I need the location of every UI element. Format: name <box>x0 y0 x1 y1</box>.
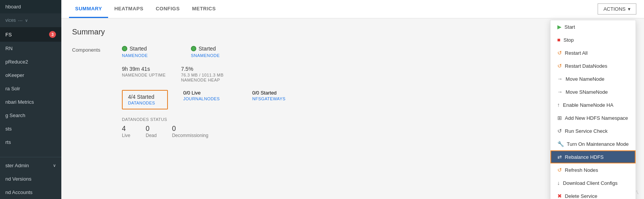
page-title-row: Summary 🔔 3 <box>72 28 633 36</box>
stop-icon: ■ <box>557 37 560 43</box>
datanodes-dead-desc: Dead <box>146 133 157 138</box>
components-row: Components Started NAMENODE Started SNAM… <box>72 46 633 58</box>
dropdown-item-label: Turn On Maintenance Mode <box>567 141 629 147</box>
tab-configs[interactable]: CONFIGS <box>150 0 186 18</box>
tab-heatmaps[interactable]: HEATMAPS <box>108 0 150 18</box>
heap-mb-value: 76.3 MB / 1011.3 MB <box>181 73 223 77</box>
dropdown-item-maintenance[interactable]: 🔧 Turn On Maintenance Mode <box>550 137 636 150</box>
sidebar-item-hdfs[interactable]: FS 3 <box>0 27 61 42</box>
sidebar-item-label: FS <box>5 32 12 38</box>
dropdown-arrow-icon: ▾ <box>628 6 631 12</box>
sidebar-bottom: ster Admin ∨ nd Versions nd Accounts <box>0 155 61 199</box>
dropdown-item-label: Delete Service <box>565 193 598 199</box>
journalnodes-value: 0/0 Live <box>183 90 237 96</box>
sidebar-item-label: nd Versions <box>5 176 31 182</box>
dropdown-item-label: Move SNameNode <box>566 89 608 95</box>
datanodes-live-desc: Live <box>122 133 130 138</box>
uptime-value: 9h 39m 41s <box>122 66 166 72</box>
dropdown-item-label: Start <box>565 24 575 30</box>
sidebar-item-label: nbari Metrics <box>5 99 34 105</box>
sidebar-item-dashboard[interactable]: hboard <box>0 0 61 13</box>
sidebar-section-label: vices <box>5 18 16 23</box>
dropdown-item-enable-ha[interactable]: ↑ Enable NameNode HA <box>550 98 636 111</box>
tab-summary[interactable]: SUMMARY <box>69 0 108 18</box>
ellipsis-icon: ··· <box>18 17 23 23</box>
sidebar-item-ambari-metrics[interactable]: nbari Metrics <box>0 95 61 109</box>
tab-metrics[interactable]: METRICS <box>186 0 222 18</box>
dropdown-item-restart-all[interactable]: ↺ Restart All <box>550 46 636 59</box>
dropdown-item-add-namespace[interactable]: ⊞ Add New HDFS Namespace <box>550 111 636 124</box>
dropdown-item-stop[interactable]: ■ Stop <box>550 33 636 46</box>
component-item-snamenode: Started SNAMENODE <box>191 46 245 58</box>
dropdown-item-label: Refresh Nodes <box>565 167 598 173</box>
sidebar-item-mapreduce[interactable]: pReduce2 <box>0 55 61 69</box>
sidebar-item-label: hboard <box>5 4 21 10</box>
datanodes-link[interactable]: DATANODES <box>128 101 155 105</box>
sidebar-item-label: oKeeper <box>5 72 24 78</box>
sidebar-item-zookeeper[interactable]: oKeeper <box>0 69 61 82</box>
move-sname-icon: → <box>557 89 563 95</box>
page-title: Summary <box>72 28 105 36</box>
heap-label: NAMENODE HEAP <box>181 78 223 82</box>
main-content: SUMMARY HEATMAPS CONFIGS METRICS ACTIONS… <box>61 0 644 199</box>
heap-value: 7.5% <box>181 66 223 72</box>
snamenode-link[interactable]: SNAMENODE <box>191 53 220 58</box>
components-label: Components <box>72 46 122 53</box>
dropdown-item-restart-datanodes[interactable]: ↺ Restart DataNodes <box>550 59 636 72</box>
sidebar-section-services[interactable]: vices ··· ∨ <box>0 13 61 27</box>
maintenance-icon: 🔧 <box>557 141 564 147</box>
datanodes-decommissioning-desc: Decommissioning <box>172 133 209 138</box>
hdfs-badge: 3 <box>49 31 56 38</box>
snamenode-status: Started <box>191 46 245 52</box>
chevron-down-icon: ∨ <box>25 18 28 23</box>
dropdown-item-refresh-nodes[interactable]: ↺ Refresh Nodes <box>550 163 636 176</box>
actions-dropdown-menu: ▶ Start ■ Stop ↺ Restart All ↺ Restart D… <box>550 20 636 199</box>
sidebar-item-label: g Search <box>5 113 25 118</box>
dropdown-item-move-snamenode[interactable]: → Move SNameNode <box>550 85 636 98</box>
dropdown-item-delete-service[interactable]: ✖ Delete Service <box>550 189 636 199</box>
dropdown-item-label: Restart All <box>565 50 588 56</box>
journalnodes-link[interactable]: JOURNALNODES <box>183 96 220 101</box>
move-icon: → <box>557 76 563 82</box>
components-grid: Started NAMENODE Started SNAMENODE <box>122 46 245 58</box>
nfsgateways-box: 0/0 Started NFSGATEWAYS <box>252 90 306 101</box>
status-dot-snamenode <box>191 46 196 51</box>
sidebar-item-versions[interactable]: nd Versions <box>0 172 61 186</box>
uptime-label: NAMENODE UPTIME <box>122 73 166 77</box>
sidebar-item-label: sts <box>5 126 12 132</box>
sidebar-item-label: nd Accounts <box>5 189 33 195</box>
restart-datanodes-icon: ↺ <box>557 63 562 69</box>
datanodes-live: 4 Live <box>122 125 130 138</box>
rebalance-icon: ⇄ <box>557 154 562 160</box>
namenode-status-text: Started <box>130 46 147 52</box>
sidebar-item-yarn[interactable]: RN <box>0 42 61 55</box>
sidebar-item-label: ra Solr <box>5 86 20 91</box>
sidebar-item-solr[interactable]: ra Solr <box>0 82 61 95</box>
sidebar-item-alerts[interactable]: sts <box>0 122 61 135</box>
sidebar-item-accounts[interactable]: nd Accounts <box>0 186 61 199</box>
datanodes-box[interactable]: 4/4 Started DATANODES <box>122 90 168 109</box>
dropdown-item-run-check[interactable]: ↺ Run Service Check <box>550 124 636 137</box>
dropdown-item-move-namenode[interactable]: → Move NameNode <box>550 72 636 85</box>
nfsgateways-link[interactable]: NFSGATEWAYS <box>252 96 286 101</box>
play-icon: ▶ <box>557 24 562 30</box>
datanodes-value: 4/4 Started <box>128 94 162 100</box>
sidebar-item-search[interactable]: g Search <box>0 109 61 122</box>
dropdown-item-start[interactable]: ▶ Start <box>550 20 636 33</box>
dropdown-item-label: Add New HDFS Namespace <box>565 115 628 121</box>
dropdown-item-label: Stop <box>564 37 574 43</box>
dropdown-item-download-configs[interactable]: ↓ Download Client Configs <box>550 176 636 189</box>
dropdown-item-rebalance[interactable]: ⇄ Rebalance HDFS <box>550 150 636 163</box>
namenode-status: Started <box>122 46 176 52</box>
datanodes-dead-number: 0 <box>146 125 157 133</box>
sidebar-item-label: ster Admin <box>5 163 29 168</box>
sidebar-item-label: rts <box>5 139 11 145</box>
actions-button[interactable]: ACTIONS ▾ ▶ Start ■ Stop ↺ Restart All ↺ <box>598 3 636 15</box>
sidebar-item-admin[interactable]: ster Admin ∨ <box>0 159 61 172</box>
chevron-down-icon: ∨ <box>53 163 56 168</box>
sidebar-item-reports[interactable]: rts <box>0 135 61 149</box>
namenode-link[interactable]: NAMENODE <box>122 53 148 58</box>
datanodes-dead: 0 Dead <box>146 125 157 138</box>
download-icon: ↓ <box>557 180 560 186</box>
component-item-namenode: Started NAMENODE <box>122 46 176 58</box>
